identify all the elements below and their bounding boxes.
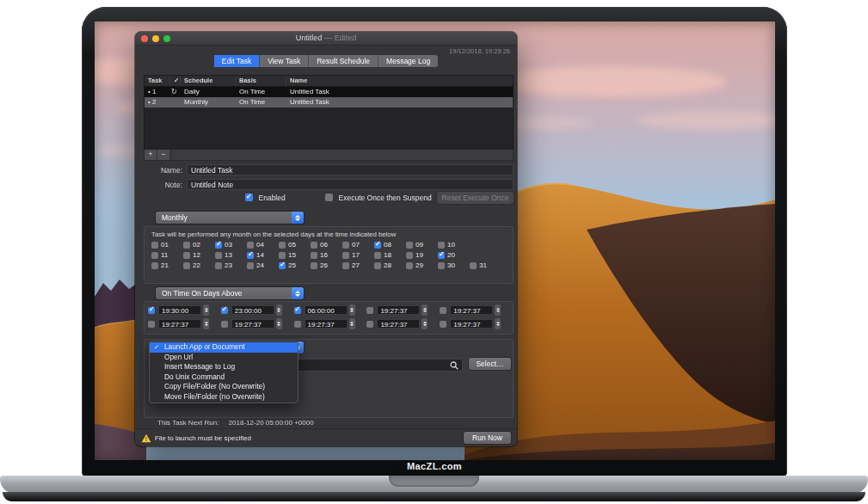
tab[interactable]: Message Log	[379, 55, 438, 67]
tab[interactable]: Result Schedule	[309, 55, 379, 67]
time-slot[interactable]: 19:27:37	[221, 318, 294, 329]
time-stepper-icon[interactable]	[495, 304, 501, 316]
checkbox-icon[interactable]	[183, 252, 190, 259]
col-name[interactable]: Name	[286, 76, 513, 86]
checkbox-icon[interactable]	[215, 242, 222, 249]
remove-task-button[interactable]: −	[157, 150, 170, 160]
col-task[interactable]: Task	[145, 76, 170, 86]
day-checkbox[interactable]: 27	[342, 261, 374, 269]
time-stepper-icon[interactable]	[203, 304, 209, 316]
day-checkbox[interactable]: 06	[311, 241, 342, 249]
checkbox-icon[interactable]	[279, 242, 286, 249]
checkbox-icon[interactable]	[247, 262, 254, 269]
time-input[interactable]: 19:30:00	[158, 305, 201, 315]
time-stepper-icon[interactable]	[276, 304, 282, 316]
time-input[interactable]: 19:27:37	[231, 319, 274, 329]
time-slot[interactable]: 19:27:37	[440, 318, 513, 329]
checkbox-icon[interactable]	[470, 262, 477, 269]
tab[interactable]: Edit Task	[214, 55, 260, 67]
enabled-checkbox[interactable]: Enabled	[245, 193, 286, 202]
time-stepper-icon[interactable]	[349, 318, 355, 329]
checkbox-icon[interactable]	[374, 262, 381, 269]
day-checkbox[interactable]: 20	[438, 251, 470, 259]
day-checkbox[interactable]: 24	[247, 261, 279, 269]
reset-execute-once-button[interactable]: Reset Execute Once	[437, 192, 514, 204]
menu-item[interactable]: Launch App or Document	[150, 342, 298, 353]
day-checkbox[interactable]: 01	[151, 241, 183, 249]
day-checkbox[interactable]: 11	[151, 251, 183, 259]
time-stepper-icon[interactable]	[495, 318, 501, 329]
close-icon[interactable]	[141, 35, 148, 42]
checkbox-icon[interactable]	[406, 262, 413, 269]
run-now-button[interactable]: Run Now	[464, 432, 511, 444]
day-checkbox[interactable]: 16	[311, 251, 342, 259]
day-checkbox[interactable]: 26	[311, 261, 342, 269]
day-checkbox[interactable]: 31	[470, 261, 502, 269]
checkbox-icon[interactable]	[440, 321, 446, 328]
checkbox-icon[interactable]	[215, 252, 222, 259]
checkbox-icon[interactable]	[221, 307, 228, 314]
checkbox-icon[interactable]	[406, 252, 413, 259]
time-stepper-icon[interactable]	[203, 318, 209, 329]
note-input[interactable]: Untitled Note	[187, 179, 514, 190]
time-stepper-icon[interactable]	[422, 304, 428, 316]
day-checkbox[interactable]: 07	[342, 241, 374, 249]
day-checkbox[interactable]: 19	[406, 251, 438, 259]
time-stepper-icon[interactable]	[422, 318, 428, 329]
checkbox-icon[interactable]	[279, 262, 286, 269]
time-input[interactable]: 19:27:37	[377, 319, 420, 329]
checkbox-icon[interactable]	[342, 262, 349, 269]
menu-item[interactable]: Open Url	[150, 353, 298, 363]
col-check[interactable]: ✓	[170, 76, 181, 86]
checkbox-icon[interactable]	[247, 252, 254, 259]
time-input[interactable]: 19:27:37	[450, 305, 493, 315]
checkbox-icon[interactable]	[440, 307, 446, 314]
execute-once-checkbox[interactable]: Execute Once then Suspend	[325, 193, 432, 202]
time-slot[interactable]: 19:30:00	[148, 304, 221, 316]
checkbox-icon[interactable]	[148, 307, 155, 314]
time-input[interactable]: 06:00:00	[305, 305, 348, 315]
basis-popup[interactable]: On Time On Days Above	[156, 287, 304, 299]
checkbox-icon[interactable]	[151, 252, 158, 259]
checkbox-icon[interactable]	[311, 262, 317, 269]
menu-item[interactable]: Copy File/Folder (No Overwrite)	[150, 382, 298, 392]
checkbox-icon[interactable]	[245, 194, 253, 201]
checkbox-icon[interactable]	[247, 242, 254, 249]
checkbox-icon[interactable]	[438, 252, 445, 259]
checkbox-icon[interactable]	[311, 242, 317, 249]
search-icon[interactable]	[450, 361, 459, 370]
checkbox-icon[interactable]	[183, 242, 190, 249]
day-checkbox[interactable]: 08	[374, 241, 406, 249]
minimize-icon[interactable]	[152, 35, 159, 42]
name-input[interactable]: Untitled Task	[187, 164, 514, 175]
time-slot[interactable]: 19:27:37	[294, 318, 367, 329]
checkbox-icon[interactable]	[148, 321, 155, 328]
time-input[interactable]: 19:27:37	[450, 319, 493, 329]
day-checkbox[interactable]: 21	[151, 261, 183, 269]
tab[interactable]: View Task	[260, 55, 309, 67]
time-input[interactable]: 19:27:37	[377, 305, 420, 315]
checkbox-icon[interactable]	[183, 262, 190, 269]
checkbox-icon[interactable]	[366, 307, 373, 314]
menu-item[interactable]: Insert Message to Log	[150, 362, 298, 372]
checkbox-icon[interactable]	[325, 194, 333, 201]
day-checkbox[interactable]: 02	[183, 241, 215, 249]
checkbox-icon[interactable]	[342, 242, 349, 249]
day-checkbox[interactable]: 03	[215, 241, 247, 249]
day-checkbox[interactable]: 04	[247, 241, 279, 249]
checkbox-icon[interactable]	[406, 242, 413, 249]
checkbox-icon[interactable]	[294, 321, 301, 328]
time-input[interactable]: 23:00:00	[231, 305, 274, 315]
time-slot[interactable]: 19:27:37	[440, 304, 513, 316]
day-checkbox[interactable]: 10	[438, 241, 470, 249]
day-checkbox[interactable]: 30	[438, 261, 470, 269]
day-checkbox[interactable]: 29	[406, 261, 438, 269]
time-input[interactable]: 19:27:37	[158, 319, 201, 329]
checkbox-icon[interactable]	[151, 242, 158, 249]
table-row[interactable]: • 2 Monthly On Time Untitled Task	[145, 97, 513, 108]
day-checkbox[interactable]: 15	[279, 251, 311, 259]
menu-item[interactable]: Do Unix Command	[150, 372, 298, 383]
time-slot[interactable]: 23:00:00	[221, 304, 294, 316]
day-checkbox[interactable]: 17	[342, 251, 374, 259]
day-checkbox[interactable]: 14	[247, 251, 279, 259]
